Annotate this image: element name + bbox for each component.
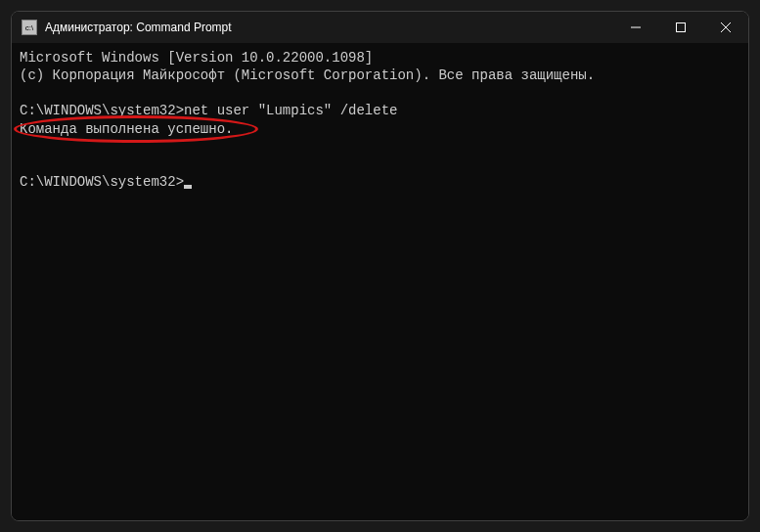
version-line: Microsoft Windows [Version 10.0.22000.10… xyxy=(20,49,740,66)
copyright-line: (c) Корпорация Майкрософт (Microsoft Cor… xyxy=(20,66,740,84)
text-cursor xyxy=(184,185,192,189)
cmd-icon: c:\ xyxy=(22,20,37,35)
command-result: Команда выполнена успешно. xyxy=(20,121,233,137)
command-prompt-window: c:\ Администратор: Command Prompt Micros xyxy=(11,11,749,521)
minimize-button[interactable] xyxy=(613,12,658,43)
svg-rect-1 xyxy=(677,23,686,32)
close-button[interactable] xyxy=(703,12,748,43)
prompt-path: C:\WINDOWS\system32> xyxy=(20,103,184,118)
window-title: Администратор: Command Prompt xyxy=(45,21,232,34)
entered-command: net user "Lumpics" /delete xyxy=(184,103,397,118)
window-controls xyxy=(613,12,748,43)
terminal-output[interactable]: Microsoft Windows [Version 10.0.22000.10… xyxy=(12,43,748,520)
prompt-path: C:\WINDOWS\system32> xyxy=(20,174,184,190)
titlebar[interactable]: c:\ Администратор: Command Prompt xyxy=(12,12,748,43)
minimize-icon xyxy=(631,22,641,32)
blank-line xyxy=(20,155,740,173)
blank-line xyxy=(20,84,740,102)
blank-line xyxy=(20,138,740,155)
current-prompt-line: C:\WINDOWS\system32> xyxy=(20,173,740,191)
close-icon xyxy=(721,22,731,32)
highlighted-result-wrapper: Команда выполнена успешно. xyxy=(20,120,740,138)
command-line: C:\WINDOWS\system32>net user "Lumpics" /… xyxy=(20,102,740,119)
maximize-button[interactable] xyxy=(658,12,703,43)
maximize-icon xyxy=(676,22,686,32)
